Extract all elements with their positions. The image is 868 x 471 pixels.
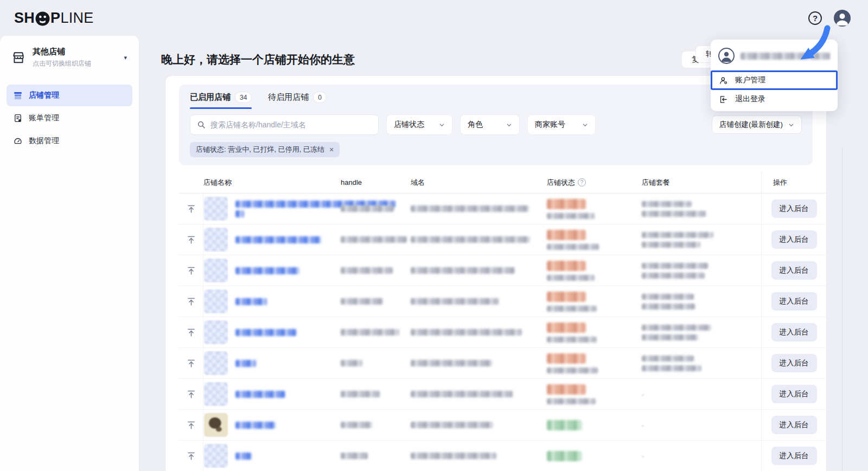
- store-list-card: 已启用店铺 34 待启用店铺 0 店铺状态 角色: [165, 76, 826, 471]
- sidebar-item-label: 数据管理: [29, 136, 59, 146]
- enter-admin-button[interactable]: 进入后台: [771, 385, 817, 403]
- chevron-down-icon: [439, 122, 445, 128]
- tab-count-badge: 34: [235, 92, 252, 103]
- sidebar-item-data-management[interactable]: 数据管理: [7, 130, 132, 152]
- table-row: 进入后台: [179, 193, 826, 224]
- store-tabs: 已启用店铺 34 待启用店铺 0: [190, 92, 802, 109]
- question-circle-icon[interactable]: ?: [578, 178, 586, 186]
- status-badge: [547, 384, 586, 395]
- org-switcher[interactable]: 其他店铺 点击可切换组织店铺 ▾: [0, 36, 139, 78]
- pin-top-icon: [186, 358, 196, 369]
- action-cell: 进入后台: [761, 379, 826, 409]
- pin-to-top-button[interactable]: [179, 379, 203, 409]
- pin-to-top-button[interactable]: [179, 410, 203, 440]
- col-domain: 域名: [411, 178, 547, 188]
- status-badge: [547, 199, 586, 209]
- pin-to-top-button[interactable]: [179, 255, 203, 286]
- handle-cell: [341, 236, 411, 243]
- close-icon[interactable]: ×: [329, 145, 334, 154]
- pin-top-icon: [186, 204, 196, 214]
- pin-to-top-button[interactable]: [179, 224, 203, 255]
- plan-cell: [642, 294, 761, 309]
- org-title: 其他店铺: [33, 47, 117, 57]
- store-name-redacted[interactable]: [235, 236, 321, 243]
- store-table: 店铺名称 handle 域名 店铺状态 ? 店铺套餐 操作: [179, 172, 826, 471]
- sidebar-item-store-management[interactable]: 店铺管理: [7, 85, 132, 106]
- action-cell: 进入后台: [761, 441, 826, 471]
- table-row: 进入后台: [179, 348, 826, 379]
- menu-item-label: 账户管理: [735, 75, 765, 85]
- store-name-redacted[interactable]: [235, 267, 299, 274]
- pin-top-icon: [186, 296, 196, 307]
- status-badge: [547, 420, 582, 430]
- tab-enabled-stores[interactable]: 已启用店铺 34: [190, 92, 252, 109]
- sort-select[interactable]: 店铺创建(最新创建): [712, 115, 802, 134]
- pin-to-top-button[interactable]: [179, 286, 203, 317]
- store-name-cell: [203, 259, 341, 282]
- filter-role[interactable]: 角色: [460, 114, 520, 135]
- action-cell: 进入后台: [761, 348, 826, 378]
- store-name-cell: [203, 413, 341, 437]
- store-name-redacted[interactable]: [235, 360, 256, 367]
- sidebar-item-billing-management[interactable]: 账单管理: [7, 107, 132, 129]
- store-name-redacted[interactable]: [235, 391, 285, 398]
- pin-to-top-button[interactable]: [179, 193, 203, 224]
- plan-cell: [642, 356, 761, 371]
- domain-cell: [411, 267, 547, 274]
- store-thumbnail: [204, 444, 228, 468]
- status-cell: [547, 230, 642, 250]
- store-name-cell: [203, 320, 341, 344]
- tab-count-badge: 0: [313, 92, 327, 103]
- store-icon: [13, 91, 23, 100]
- col-store-status: 店铺状态 ?: [547, 178, 642, 188]
- storefront-icon: [11, 50, 26, 65]
- user-avatar-icon: [718, 48, 735, 64]
- store-name-redacted[interactable]: [235, 422, 276, 429]
- status-cell: [547, 292, 642, 312]
- enter-admin-button[interactable]: 进入后台: [771, 199, 817, 218]
- col-store-plan: 店铺套餐: [642, 178, 761, 188]
- handle-cell: [341, 329, 411, 335]
- handle-cell: [341, 391, 411, 397]
- pin-to-top-button[interactable]: [179, 441, 203, 471]
- sidebar-nav: 店铺管理 账单管理 数据管理: [0, 78, 139, 152]
- org-subtitle: 点击可切换组织店铺: [33, 59, 117, 68]
- store-name-redacted[interactable]: [235, 329, 296, 336]
- enter-admin-button[interactable]: 进入后台: [771, 323, 817, 341]
- sidebar-item-label: 账单管理: [29, 113, 59, 123]
- pin-to-top-button[interactable]: [179, 317, 203, 347]
- enter-admin-button[interactable]: 进入后台: [771, 354, 817, 372]
- search-input[interactable]: [210, 120, 372, 129]
- plan-cell: -: [642, 421, 761, 429]
- filter-merchant-account[interactable]: 商家账号: [527, 114, 596, 135]
- pin-to-top-button[interactable]: [179, 348, 203, 378]
- status-cell: [547, 451, 642, 461]
- menu-item-logout[interactable]: 退出登录: [711, 90, 838, 108]
- user-avatar-icon[interactable]: [834, 10, 851, 27]
- store-name-redacted[interactable]: [235, 298, 267, 305]
- chevron-down-icon: [788, 122, 794, 128]
- bill-icon: [13, 113, 23, 123]
- enter-admin-button[interactable]: 进入后台: [771, 261, 817, 280]
- enter-admin-button[interactable]: 进入后台: [771, 416, 817, 434]
- enter-admin-button[interactable]: 进入后台: [771, 230, 817, 249]
- enter-admin-button[interactable]: 进入后台: [771, 447, 817, 465]
- filter-tag-text: 店铺状态: 营业中, 已打烊, 已停用, 已冻结: [196, 145, 324, 154]
- store-name-redacted[interactable]: [235, 453, 252, 460]
- menu-item-account-management[interactable]: 账户管理: [711, 70, 838, 90]
- enter-admin-button[interactable]: 进入后台: [771, 292, 817, 311]
- status-badge: [547, 322, 586, 333]
- user-gear-icon: [719, 76, 728, 85]
- pin-top-icon: [186, 451, 196, 461]
- table-row: 进入后台: [179, 286, 826, 317]
- help-icon[interactable]: ?: [808, 11, 822, 25]
- store-name-cell: [203, 444, 341, 468]
- pin-top-icon: [186, 389, 196, 399]
- sidebar: 其他店铺 点击可切换组织店铺 ▾ 店铺管理 账单管理 数据管理: [0, 36, 139, 471]
- tab-pending-stores[interactable]: 待启用店铺 0: [268, 92, 327, 109]
- filter-label: 角色: [468, 120, 483, 130]
- filter-store-status[interactable]: 店铺状态: [386, 114, 452, 135]
- status-cell: [547, 322, 642, 343]
- pin-top-icon: [186, 327, 196, 338]
- store-name-cell: [203, 228, 341, 251]
